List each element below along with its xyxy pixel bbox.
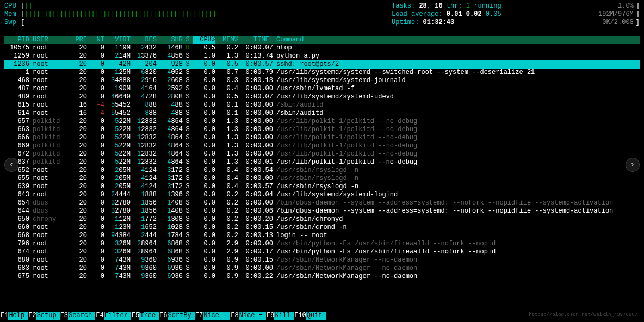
process-row[interactable]: 655root200205M41243172S0.00.40:00.00/usr…: [4, 175, 640, 183]
fnkey-label[interactable]: Nice -: [203, 312, 230, 320]
process-row[interactable]: 680root200743M93606936S0.00.90:00.15/usr…: [4, 256, 640, 264]
process-row[interactable]: 663polkitd200522M128324864S0.01.30:00.00…: [4, 126, 640, 134]
process-row[interactable]: 650chrony200112M17721308S0.00.20:00.20/u…: [4, 215, 640, 224]
swp-meter: Swp[0K/2.00G]: [4, 18, 640, 27]
fnkey-f6[interactable]: F6: [159, 312, 167, 320]
process-row[interactable]: 615root16-455452888488S0.00.10:00.00/sbi…: [4, 101, 640, 109]
process-row[interactable]: 1259root200214M133764856S1.01.30:13.74py…: [4, 52, 640, 60]
process-row[interactable]: 654dbus2003278018561408S0.00.20:00.00/bi…: [4, 199, 640, 207]
process-row[interactable]: 644dbus2003278018561408S0.00.20:00.06/bi…: [4, 207, 640, 215]
mem-label: Mem: [4, 10, 21, 18]
process-row[interactable]: 637polkitd200522M128324864S0.01.30:00.01…: [4, 158, 640, 166]
uptime: 01:32:43: [423, 18, 455, 26]
column-header[interactable]: PIDUSERPRINIVIRTRESSHRSCPU%MEM%TIME+Comm…: [4, 36, 640, 44]
process-row[interactable]: 657polkitd200522M128324864S0.01.30:00.00…: [4, 117, 640, 126]
col-shr[interactable]: SHR: [157, 36, 183, 44]
fnkey-label[interactable]: Help: [8, 312, 28, 320]
process-row[interactable]: 10575root200119M24321468R0.50.20:00.07ht…: [4, 44, 640, 52]
col-command[interactable]: Command: [273, 36, 640, 44]
carousel-prev-button[interactable]: ‹: [4, 158, 18, 172]
fnkey-f7[interactable]: F7: [195, 312, 203, 320]
process-row[interactable]: 672polkitd200522M128324864S0.01.30:00.00…: [4, 150, 640, 158]
fnkey-f8[interactable]: F8: [230, 312, 238, 320]
process-row[interactable]: 669polkitd200522M128324864S0.01.30:00.00…: [4, 142, 640, 150]
tasks-count: 28: [419, 2, 426, 10]
running-count: 1: [466, 2, 470, 10]
threads-count: 16: [435, 2, 442, 10]
col-res[interactable]: RES: [131, 36, 157, 44]
process-row[interactable]: 668root2009438424441784S0.00.20:00.13log…: [4, 232, 640, 240]
fnkey-f10[interactable]: F10: [294, 312, 306, 320]
fnkey-label[interactable]: Setup: [36, 312, 60, 320]
col-time[interactable]: TIME+: [238, 36, 273, 44]
process-row[interactable]: 675root200743M93606936S0.00.90:00.22/usr…: [4, 273, 640, 281]
htop-terminal[interactable]: CPU[||1.0%] Mem[||||||||||||||||||||||||…: [0, 0, 644, 283]
process-row[interactable]: 674root200326M289646868S0.02.90:00.17/us…: [4, 248, 640, 256]
fnkey-label[interactable]: Search: [68, 312, 95, 320]
process-row[interactable]: 1236root200142M52043928S0.00.50:00.57ssh…: [4, 60, 640, 69]
carousel-next-button[interactable]: ›: [626, 158, 640, 172]
fnkey-f2[interactable]: F2: [28, 312, 36, 320]
cpu-label: CPU: [4, 2, 21, 10]
fnkey-label[interactable]: Nice +: [239, 312, 266, 320]
col-virt[interactable]: VIRT: [104, 36, 131, 44]
load-2: 0.02: [466, 10, 482, 18]
process-row[interactable]: 643root2002444418881396S0.00.20:00.04/us…: [4, 191, 640, 199]
fnkey-label[interactable]: Kill: [274, 312, 294, 320]
process-row[interactable]: 796root200326M289646868S0.02.90:00.00/us…: [4, 240, 640, 248]
col-user[interactable]: USER: [30, 36, 70, 44]
process-row[interactable]: 1root200125M68204052S0.00.70:00.79/usr/l…: [4, 69, 640, 77]
fnkey-label[interactable]: SortBy: [168, 312, 195, 320]
process-row[interactable]: 639root200205M41243172S0.00.40:00.57/usr…: [4, 183, 640, 191]
cpu-bar: ||: [24, 2, 32, 10]
fnkey-f1[interactable]: F1: [0, 312, 8, 320]
swp-label: Swp: [4, 18, 21, 27]
task-stats: Tasks: 28, 16 thr; 1 running Load averag…: [392, 2, 501, 27]
process-row[interactable]: 487root200190M41642592S0.00.40:00.00/usr…: [4, 85, 640, 93]
col-ni[interactable]: NI: [87, 36, 104, 44]
process-row[interactable]: 652root200205M41243172S0.00.40:00.54/usr…: [4, 166, 640, 175]
col-mem[interactable]: MEM%: [215, 36, 238, 44]
mem-meter: Mem[||||||||||||||||||||||||||||||||||||…: [4, 10, 640, 18]
load-1: 0.01: [447, 10, 462, 18]
process-row[interactable]: 614root16-455452888488S0.00.10:00.00/sbi…: [4, 109, 640, 117]
fnkey-label[interactable]: Quit: [306, 312, 326, 320]
meters: CPU[||1.0%] Mem[||||||||||||||||||||||||…: [4, 2, 640, 27]
process-row[interactable]: 468root2003488829162608S0.00.30:00.13/us…: [4, 77, 640, 85]
process-row[interactable]: 660root200123M16521028S0.00.20:00.15/usr…: [4, 224, 640, 232]
fnkey-label[interactable]: Tree: [139, 312, 159, 320]
process-row[interactable]: 683root200743M93606936S0.00.90:00.00/usr…: [4, 264, 640, 273]
fnkey-f9[interactable]: F9: [266, 312, 274, 320]
load-3: 0.05: [486, 10, 501, 18]
col-s[interactable]: S: [183, 36, 193, 44]
process-list[interactable]: 10575root200119M24321468R0.50.20:00.07ht…: [4, 44, 640, 281]
col-cpu[interactable]: CPU%: [193, 36, 215, 44]
col-pid[interactable]: PID: [4, 36, 30, 44]
cpu-meter: CPU[||1.0%]: [4, 2, 640, 10]
fnkey-f4[interactable]: F4: [95, 312, 103, 320]
fnkey-f5[interactable]: F5: [131, 312, 139, 320]
mem-reading: 192M/976M: [489, 10, 636, 18]
mem-bar: ||||||||||||||||||||||||||||||||||||||||…: [24, 10, 216, 18]
process-row[interactable]: 666polkitd200522M128324864S0.01.30:00.00…: [4, 134, 640, 142]
fnkey-f3[interactable]: F3: [60, 312, 68, 320]
process-row[interactable]: 489root2004664047282808S0.00.50:00.07/us…: [4, 93, 640, 101]
watermark: https://blog.csdn.net/weixin_43976607: [529, 311, 637, 319]
col-pri[interactable]: PRI: [70, 36, 87, 44]
fnkey-label[interactable]: Filter: [104, 312, 131, 320]
